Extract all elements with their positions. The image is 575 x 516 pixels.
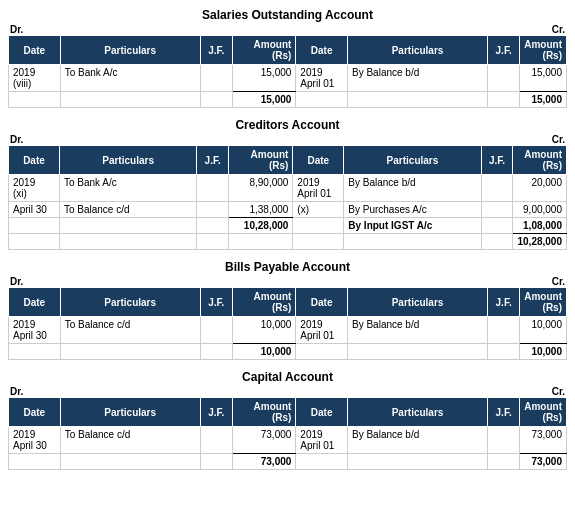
header-amount-credit: Amount(Rs) xyxy=(520,288,567,317)
header-date-credit: Date xyxy=(296,398,348,427)
credit-particulars xyxy=(347,344,487,360)
debit-jf xyxy=(197,218,229,234)
dr-cr-label: Dr.Cr. xyxy=(8,386,567,397)
debit-particulars: To Bank A/c xyxy=(60,65,200,92)
credit-amount: 9,00,000 xyxy=(513,202,567,218)
debit-amount: 73,000 xyxy=(232,454,296,470)
ledger-table: Date Particulars J.F. Amount(Rs) Date Pa… xyxy=(8,287,567,360)
credit-date xyxy=(293,218,344,234)
table-row: 73,00073,000 xyxy=(9,454,567,470)
header-date-debit: Date xyxy=(9,36,61,65)
credit-date: 2019 April 01 xyxy=(296,65,348,92)
credit-jf xyxy=(481,234,513,250)
header-particulars-credit: Particulars xyxy=(347,288,487,317)
table-row: 2019 April 30To Balance c/d10,0002019 Ap… xyxy=(9,317,567,344)
debit-jf xyxy=(197,175,229,202)
debit-jf xyxy=(200,65,232,92)
debit-amount: 8,90,000 xyxy=(229,175,293,202)
header-amount-credit: Amount(Rs) xyxy=(520,398,567,427)
table-row: 10,28,000 xyxy=(9,234,567,250)
debit-particulars: To Balance c/d xyxy=(60,317,200,344)
debit-jf xyxy=(200,454,232,470)
header-jf-debit: J.F. xyxy=(200,36,232,65)
header-jf-credit: J.F. xyxy=(481,146,513,175)
credit-date: 2019 April 01 xyxy=(293,175,344,202)
credit-particulars xyxy=(347,454,487,470)
debit-amount: 10,000 xyxy=(232,344,296,360)
debit-date: 2019 April 30 xyxy=(9,427,61,454)
header-particulars-debit: Particulars xyxy=(59,146,196,175)
debit-particulars xyxy=(60,344,200,360)
header-jf-credit: J.F. xyxy=(488,398,520,427)
account-title: Salaries Outstanding Account xyxy=(8,8,567,22)
debit-particulars: To Balance c/d xyxy=(60,427,200,454)
debit-date xyxy=(9,218,60,234)
table-row: 15,00015,000 xyxy=(9,92,567,108)
cr-label: Cr. xyxy=(552,276,565,287)
debit-amount xyxy=(229,234,293,250)
header-date-credit: Date xyxy=(296,36,348,65)
credit-amount: 10,000 xyxy=(520,317,567,344)
account-block: Creditors AccountDr.Cr. Date Particulars… xyxy=(8,118,567,250)
debit-amount: 15,000 xyxy=(232,92,296,108)
debit-date: April 30 xyxy=(9,202,60,218)
table-row: 2019 (viii)To Bank A/c15,0002019 April 0… xyxy=(9,65,567,92)
debit-jf xyxy=(200,344,232,360)
debit-particulars xyxy=(59,218,196,234)
credit-jf xyxy=(481,202,513,218)
debit-date: 2019 (xi) xyxy=(9,175,60,202)
debit-jf xyxy=(200,317,232,344)
table-row: 2019 (xi)To Bank A/c8,90,0002019 April 0… xyxy=(9,175,567,202)
cr-label: Cr. xyxy=(552,134,565,145)
credit-jf xyxy=(488,454,520,470)
header-amount-debit: Amount(Rs) xyxy=(232,398,296,427)
dr-label: Dr. xyxy=(10,386,23,397)
credit-amount: 15,000 xyxy=(520,92,567,108)
header-date-credit: Date xyxy=(293,146,344,175)
credit-date: 2019 April 01 xyxy=(296,317,348,344)
account-title: Creditors Account xyxy=(8,118,567,132)
credit-amount: 1,08,000 xyxy=(513,218,567,234)
header-jf-debit: J.F. xyxy=(197,146,229,175)
account-block: Salaries Outstanding AccountDr.Cr. Date … xyxy=(8,8,567,108)
header-amount-credit: Amount(Rs) xyxy=(520,36,567,65)
credit-particulars: By Balance b/d xyxy=(344,175,481,202)
header-date-credit: Date xyxy=(296,288,348,317)
debit-jf xyxy=(200,92,232,108)
debit-jf xyxy=(197,234,229,250)
debit-jf xyxy=(197,202,229,218)
cr-label: Cr. xyxy=(552,386,565,397)
ledger-table: Date Particulars J.F. Amount(Rs) Date Pa… xyxy=(8,145,567,250)
credit-amount: 73,000 xyxy=(520,454,567,470)
debit-particulars xyxy=(60,92,200,108)
table-row: 10,28,000By Input IGST A/c1,08,000 xyxy=(9,218,567,234)
credit-particulars: By Input IGST A/c xyxy=(344,218,481,234)
dr-label: Dr. xyxy=(10,24,23,35)
credit-jf xyxy=(481,175,513,202)
credit-jf xyxy=(488,317,520,344)
credit-date xyxy=(293,234,344,250)
debit-jf xyxy=(200,427,232,454)
header-particulars-debit: Particulars xyxy=(60,288,200,317)
debit-amount: 73,000 xyxy=(232,427,296,454)
debit-date xyxy=(9,92,61,108)
dr-cr-label: Dr.Cr. xyxy=(8,134,567,145)
credit-date xyxy=(296,344,348,360)
debit-date xyxy=(9,234,60,250)
header-amount-debit: Amount(Rs) xyxy=(232,36,296,65)
credit-particulars: By Purchases A/c xyxy=(344,202,481,218)
debit-particulars xyxy=(59,234,196,250)
credit-jf xyxy=(488,344,520,360)
header-particulars-debit: Particulars xyxy=(60,36,200,65)
credit-jf xyxy=(488,92,520,108)
header-date-debit: Date xyxy=(9,146,60,175)
credit-particulars: By Balance b/d xyxy=(347,65,487,92)
debit-particulars: To Bank A/c xyxy=(59,175,196,202)
debit-amount: 10,000 xyxy=(232,317,296,344)
credit-jf xyxy=(488,427,520,454)
header-particulars-credit: Particulars xyxy=(347,398,487,427)
header-jf-debit: J.F. xyxy=(200,398,232,427)
credit-amount: 15,000 xyxy=(520,65,567,92)
header-jf-credit: J.F. xyxy=(488,288,520,317)
debit-particulars xyxy=(60,454,200,470)
